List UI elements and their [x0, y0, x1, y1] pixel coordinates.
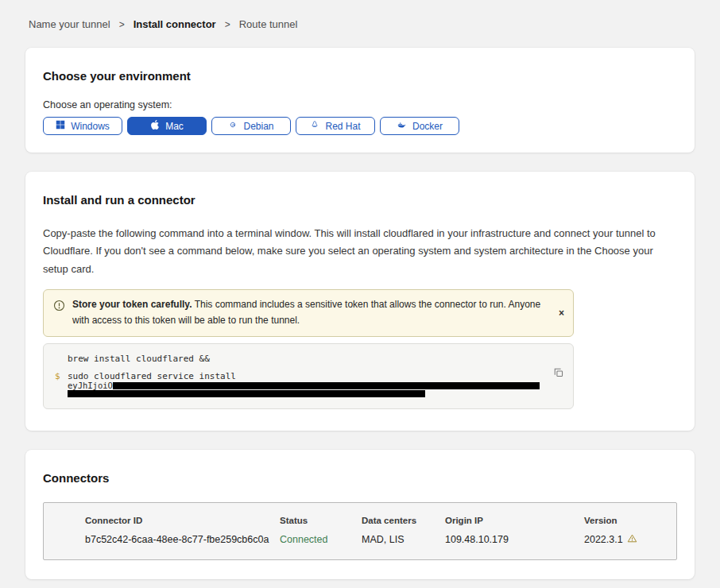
connector-id-value: b7c52c42-6caa-48ee-8c77-fbe259cb6c0a	[85, 534, 280, 545]
breadcrumb-step-route-tunnel[interactable]: Route tunnel	[239, 18, 298, 30]
data-centers-value: MAD, LIS	[362, 534, 445, 545]
column-header-version: Version	[584, 516, 668, 525]
install-command-codeblock: brew install cloudflared && $ sudo cloud…	[43, 343, 574, 409]
os-button-windows[interactable]: Windows	[43, 117, 122, 135]
code-line-sudo: sudo cloudflared service install	[68, 371, 236, 381]
version-value: 2022.3.1	[584, 533, 668, 546]
os-button-label: Docker	[412, 121, 443, 132]
os-button-mac[interactable]: Mac	[127, 117, 207, 135]
install-card: Install and run a connector Copy-paste t…	[25, 172, 695, 431]
os-button-label: Mac	[165, 121, 184, 132]
warning-triangle-icon	[627, 533, 637, 546]
column-header-data-centers: Data centers	[362, 516, 445, 525]
column-header-status: Status	[280, 516, 362, 525]
os-button-debian[interactable]: Debian	[211, 117, 291, 135]
shell-prompt: $	[55, 371, 68, 381]
breadcrumb-step-install-connector[interactable]: Install connector	[134, 18, 216, 30]
os-button-label: Red Hat	[325, 121, 360, 132]
environment-card-title: Choose your environment	[43, 69, 677, 83]
column-header-origin-ip: Origin IP	[445, 516, 584, 525]
token-warning-title: Store your token carefully.	[72, 299, 192, 310]
copy-icon[interactable]	[553, 367, 564, 381]
breadcrumb: Name your tunnel > Install connector > R…	[0, 0, 720, 30]
table-row: b7c52c42-6caa-48ee-8c77-fbe259cb6c0a Con…	[85, 533, 668, 546]
environment-card: Choose your environment Choose an operat…	[25, 48, 695, 153]
column-header-connector-id: Connector ID	[85, 516, 280, 525]
status-badge: Connected	[280, 534, 362, 545]
connectors-card-title: Connectors	[43, 471, 677, 485]
origin-ip-value: 109.48.10.179	[445, 534, 584, 545]
alert-circle-icon	[53, 300, 65, 315]
apple-icon	[150, 120, 160, 132]
token-warning-text: Store your token carefully. This command…	[72, 297, 546, 329]
debian-icon	[228, 120, 238, 132]
breadcrumb-separator: >	[119, 19, 125, 30]
install-card-title: Install and run a connector	[43, 193, 677, 207]
os-button-group: Windows Mac Debian Red Hat Docker	[43, 117, 677, 135]
docker-icon	[397, 120, 407, 132]
connectors-table: Connector ID Status Data centers Origin …	[43, 502, 677, 560]
os-button-redhat[interactable]: Red Hat	[296, 117, 375, 135]
redacted-token-bar	[68, 390, 425, 397]
token-prefix-text: eyJhIjoiO	[68, 381, 113, 390]
os-button-label: Windows	[71, 121, 110, 132]
redacted-token-bar	[113, 382, 540, 389]
code-line-brew: brew install cloudflared &&	[68, 354, 562, 364]
breadcrumb-separator: >	[225, 19, 230, 30]
redhat-icon	[310, 120, 319, 132]
connectors-table-header: Connector ID Status Data centers Origin …	[85, 516, 668, 525]
os-button-label: Debian	[243, 121, 273, 132]
windows-icon	[56, 120, 65, 132]
os-select-label: Choose an operating system:	[43, 99, 677, 110]
close-icon[interactable]: ×	[559, 308, 564, 319]
breadcrumb-step-name-your-tunnel[interactable]: Name your tunnel	[29, 18, 110, 30]
connectors-card: Connectors Connector ID Status Data cent…	[25, 450, 695, 579]
os-button-docker[interactable]: Docker	[380, 117, 459, 135]
version-number: 2022.3.1	[584, 534, 623, 545]
token-warning-callout: Store your token carefully. This command…	[43, 289, 574, 337]
install-description: Copy-paste the following command into a …	[43, 225, 677, 278]
